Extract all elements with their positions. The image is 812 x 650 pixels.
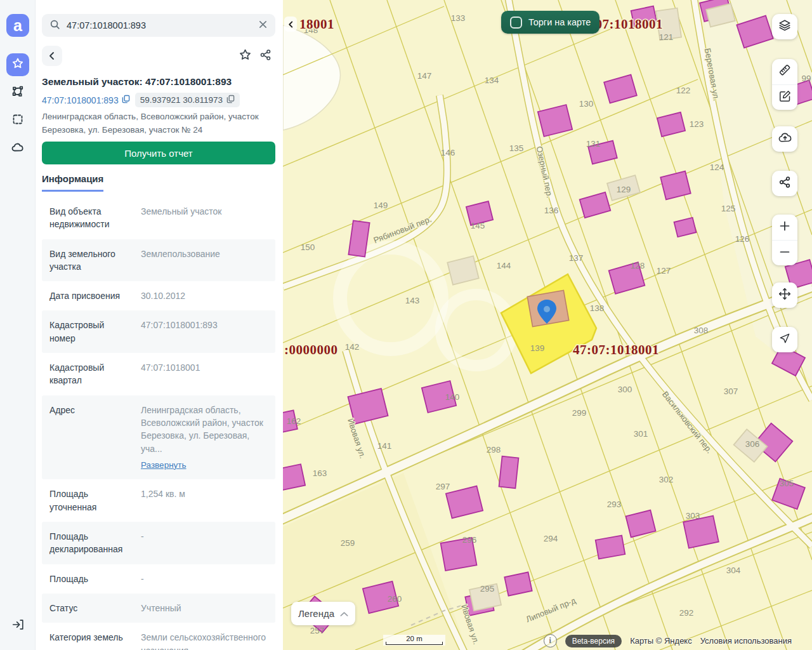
parcel-number-label: 143 — [405, 296, 420, 305]
parcel-number-label: 125 — [721, 204, 736, 213]
pan-button[interactable] — [772, 282, 797, 308]
zoom-in-button[interactable] — [772, 215, 797, 240]
attribution-bar: i Beta-версия Карты © Яндекс Условия исп… — [544, 634, 792, 647]
parcel-number-label: 136 — [544, 206, 559, 215]
parcel-number-label: 304 — [726, 566, 741, 575]
parcel-number-label: 260 — [388, 594, 402, 604]
parcel-number-label: 162 — [287, 416, 301, 426]
cloud-icon — [11, 142, 25, 157]
info-row-label: Вид объекта недвижимости — [49, 205, 132, 231]
app-logo[interactable]: a — [6, 14, 29, 37]
legend-button[interactable]: Легенда — [291, 602, 355, 625]
parcel-number-label: 299 — [572, 408, 587, 418]
info-row: Площадь уточненная1,254 кв. м — [42, 479, 275, 522]
copy-icon[interactable] — [122, 95, 130, 105]
info-row-value: 30.10.2012 — [141, 289, 268, 302]
info-row-label: Площадь декларированная — [49, 530, 132, 556]
terms-link[interactable]: Условия использования — [700, 636, 792, 646]
parcel-number-label: 142 — [345, 342, 360, 352]
parcel-number-label: 145 — [471, 221, 485, 230]
info-row-value: Землепользование — [141, 248, 268, 274]
info-table: Вид объекта недвижимостиЗемельный участо… — [42, 197, 275, 650]
sidebar-item-cloud[interactable] — [6, 138, 29, 161]
sidebar-item-sign-in[interactable] — [6, 614, 29, 637]
parcel-number-label: 298 — [487, 445, 501, 454]
parcel-number-label: 301 — [634, 429, 648, 439]
zoom-out-button[interactable] — [772, 240, 797, 265]
info-row-label: Адрес — [49, 404, 132, 472]
info-row: Вид объекта недвижимостиЗемельный участо… — [42, 197, 275, 239]
info-row-value: Учтенный — [141, 602, 268, 614]
parcel-number-label: 308 — [694, 326, 709, 335]
plus-icon — [778, 220, 791, 235]
cadastral-number-link[interactable]: 47:07:1018001:893 — [42, 95, 130, 105]
zoom-control — [772, 215, 797, 265]
star-outline-icon — [239, 48, 252, 64]
upload-control — [772, 126, 797, 152]
sidebar-item-draw-polygon[interactable] — [6, 81, 29, 104]
copy-icon[interactable] — [226, 95, 235, 105]
beta-badge: Beta-версия — [565, 635, 622, 647]
layers-icon — [778, 18, 792, 35]
parcel-number-label: 138 — [590, 303, 605, 313]
share-icon — [778, 176, 791, 191]
detail-header — [42, 46, 275, 66]
ruler-button[interactable] — [772, 59, 797, 84]
info-row: Категория земельЗемли сельскохозяйственн… — [42, 623, 275, 650]
parcel-number-label: 296 — [462, 535, 477, 545]
auctions-toggle[interactable]: Торги на карте — [501, 11, 599, 34]
collapse-panel-button[interactable] — [284, 17, 297, 32]
parcel-number-label: 134 — [485, 76, 499, 85]
checkbox-icon[interactable] — [510, 17, 522, 29]
parcel-number-label: 293 — [607, 500, 622, 509]
clear-search-icon[interactable] — [258, 20, 268, 32]
move-icon — [778, 287, 792, 303]
cadastral-map[interactable]: Рябиновый пер.Озерный пер.Береговая ул.В… — [283, 0, 812, 650]
share-button[interactable] — [255, 46, 275, 66]
get-report-button[interactable]: Получить отчет — [42, 142, 275, 164]
info-row: Дата присвоения30.10.2012 — [42, 281, 275, 310]
favorite-button[interactable] — [235, 46, 255, 66]
locate-button[interactable] — [772, 327, 797, 352]
info-icon[interactable]: i — [544, 634, 557, 647]
parcel-number-label: 292 — [679, 608, 694, 618]
building — [596, 536, 625, 559]
edit-button[interactable] — [772, 84, 797, 110]
cadastral-quarter-label: 47:07:1018001 — [573, 342, 659, 357]
parcel-number-label: 99 — [801, 74, 811, 83]
parcel-number-label: 149 — [374, 201, 388, 210]
info-row-value: Ленинградская область, Всеволожский райо… — [141, 404, 268, 472]
auctions-toggle-label: Торги на карте — [528, 17, 591, 27]
parcel-number-label: 121 — [659, 32, 674, 42]
minus-icon — [778, 246, 791, 261]
layers-button[interactable] — [772, 14, 797, 39]
info-row-value: 47:07:1018001:893 — [141, 319, 268, 345]
upload-button[interactable] — [772, 126, 797, 152]
sidebar-item-select-area[interactable] — [6, 109, 29, 132]
edit-icon — [778, 90, 792, 105]
tab-information[interactable]: Информация — [42, 173, 103, 192]
back-button[interactable] — [42, 46, 62, 66]
building — [683, 515, 719, 548]
parcel-number-label: 259 — [341, 538, 355, 548]
parcel-number-label: 133 — [451, 13, 466, 23]
info-row-value: - — [141, 573, 268, 585]
info-row: АдресЛенинградская область, Всеволожский… — [42, 395, 275, 480]
cadastral-quarter-label: 18001 — [299, 17, 334, 32]
icon-rail: a — [0, 0, 36, 650]
detail-panel: 47:07:1018001:893 Земельный участок: 47:… — [36, 0, 283, 650]
map-share-button[interactable] — [772, 171, 797, 196]
expand-address-link[interactable]: Развернуть — [141, 459, 187, 472]
info-row-label: Кадастровый квартал — [49, 361, 132, 387]
parcel-number-label: 306 — [745, 439, 760, 449]
parcel-number-label: 140 — [445, 392, 460, 402]
info-row-label: Статус — [49, 602, 132, 614]
parcel-number-label: 144 — [497, 261, 511, 270]
share-control — [772, 171, 797, 196]
info-row: Вид земельного участкаЗемлепользование — [42, 239, 275, 282]
navigate-arrow-icon — [778, 332, 791, 347]
sidebar-item-favorites[interactable] — [6, 53, 29, 76]
coordinates-chip[interactable]: 59.937921 30.811973 — [135, 93, 240, 107]
search-input[interactable]: 47:07:1018001:893 — [42, 14, 275, 37]
info-row-value: - — [141, 530, 268, 556]
